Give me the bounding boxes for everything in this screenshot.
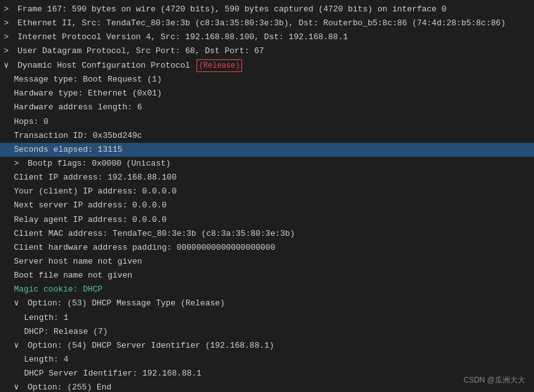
packet-line-client-hw-pad: Client hardware address padding: 0000000… [0, 241, 534, 255]
packet-line-frame: > Frame 167: 590 bytes on wire (4720 bit… [0, 3, 534, 16]
line-text-server-hostname: Server host name not given [14, 255, 142, 268]
release-badge: (Release) [197, 59, 243, 73]
toggle-icon-dhcp-header[interactable]: ∨ [4, 59, 13, 72]
line-text-client-ip: Client IP address: 192.168.88.100 [14, 171, 176, 184]
packet-line-magic-cookie: Magic cookie: DHCP [0, 283, 534, 297]
toggle-icon-option255[interactable]: ∨ [14, 381, 23, 392]
line-text-ip: Internet Protocol Version 4, Src: 192.16… [13, 31, 348, 44]
line-text-client-mac: Client MAC address: TendaTec_80:3e:3b (c… [14, 228, 295, 240]
line-text-magic-cookie: Magic cookie: DHCP [14, 283, 102, 296]
watermark: CSDN @瓜洲大大 [463, 375, 525, 386]
line-text-option53-len: Length: 1 [24, 312, 68, 324]
toggle-icon-ethernet[interactable]: > [4, 17, 13, 30]
packet-line-ip: > Internet Protocol Version 4, Src: 192.… [0, 30, 534, 44]
line-text-hw-type: Hardware type: Ethernet (0x01) [14, 87, 162, 100]
line-text-dhcp-header: Dynamic Host Configuration Protocol (Rel… [13, 59, 242, 73]
line-text-your-ip: Your (client) IP address: 0.0.0.0 [14, 185, 176, 198]
line-text-option54-server: DHCP Server Identifier: 192.168.88.1 [24, 367, 202, 380]
toggle-icon-frame[interactable]: > [4, 3, 13, 16]
packet-line-boot-file: Boot file name not given [0, 269, 534, 283]
line-text-option255: Option: (255) End [23, 381, 111, 392]
packet-line-msg-type: Message type: Boot Request (1) [0, 73, 534, 87]
packet-line-option53: ∨ Option: (53) DHCP Message Type (Releas… [0, 297, 534, 310]
packet-line-hw-type: Hardware type: Ethernet (0x01) [0, 87, 534, 101]
packet-line-client-ip: Client IP address: 192.168.88.100 [0, 171, 534, 185]
packet-line-option54: ∨ Option: (54) DHCP Server Identifier (1… [0, 339, 534, 353]
packet-line-next-server: Next server IP address: 0.0.0.0 [0, 199, 534, 212]
packet-line-option255: ∨ Option: (255) End [0, 381, 534, 392]
packet-line-client-mac: Client MAC address: TendaTec_80:3e:3b (c… [0, 227, 534, 241]
line-text-seconds: Seconds elapsed: 13115 [14, 144, 123, 156]
line-text-msg-type: Message type: Boot Request (1) [14, 73, 162, 86]
packet-line-option54-server: DHCP Server Identifier: 192.168.88.1 [0, 367, 534, 381]
toggle-icon-udp[interactable]: > [4, 45, 13, 58]
line-text-relay-agent: Relay agent IP address: 0.0.0.0 [14, 214, 167, 226]
line-text-udp: User Datagram Protocol, Src Port: 68, Ds… [13, 45, 264, 58]
line-text-frame: Frame 167: 590 bytes on wire (4720 bits)… [13, 3, 447, 16]
line-text-option54: Option: (54) DHCP Server Identifier (192… [23, 340, 274, 352]
packet-line-ethernet: > Ethernet II, Src: TendaTec_80:3e:3b (c… [0, 16, 534, 30]
line-text-boot-file: Boot file name not given [14, 269, 132, 282]
line-text-option53-dhcp: DHCP: Release (7) [24, 326, 108, 338]
line-text-hops: Hops: 0 [14, 116, 49, 128]
toggle-icon-option54[interactable]: ∨ [14, 340, 23, 352]
packet-line-transaction: Transaction ID: 0x35bd249c [0, 129, 534, 143]
packet-line-option53-dhcp: DHCP: Release (7) [0, 325, 534, 339]
packet-line-bootp: > Bootp flags: 0x0000 (Unicast) [0, 157, 534, 171]
toggle-icon-ip[interactable]: > [4, 31, 13, 44]
line-text-bootp: Bootp flags: 0x0000 (Unicast) [23, 157, 171, 170]
packet-line-your-ip: Your (client) IP address: 0.0.0.0 [0, 185, 534, 199]
packet-line-hops: Hops: 0 [0, 115, 534, 129]
line-text-transaction: Transaction ID: 0x35bd249c [14, 130, 142, 142]
line-text-hw-addr-len: Hardware address length: 6 [14, 101, 142, 114]
line-text-option54-len: Length: 4 [24, 353, 68, 366]
toggle-icon-bootp[interactable]: > [14, 157, 23, 170]
packet-line-server-hostname: Server host name not given [0, 255, 534, 269]
packet-line-option53-len: Length: 1 [0, 311, 534, 325]
packet-detail-panel: > Frame 167: 590 bytes on wire (4720 bit… [0, 0, 534, 392]
packet-line-option54-len: Length: 4 [0, 353, 534, 367]
packet-line-dhcp-header: ∨ Dynamic Host Configuration Protocol (R… [0, 59, 534, 73]
packet-line-relay-agent: Relay agent IP address: 0.0.0.0 [0, 213, 534, 227]
line-text-ethernet: Ethernet II, Src: TendaTec_80:3e:3b (c8:… [13, 17, 506, 30]
packet-line-hw-addr-len: Hardware address length: 6 [0, 101, 534, 114]
toggle-icon-option53[interactable]: ∨ [14, 297, 23, 310]
line-text-next-server: Next server IP address: 0.0.0.0 [14, 199, 167, 212]
line-text-option53: Option: (53) DHCP Message Type (Release) [23, 297, 225, 310]
packet-line-seconds: Seconds elapsed: 13115 [0, 143, 534, 157]
packet-line-udp: > User Datagram Protocol, Src Port: 68, … [0, 44, 534, 58]
line-text-client-hw-pad: Client hardware address padding: 0000000… [14, 242, 275, 254]
